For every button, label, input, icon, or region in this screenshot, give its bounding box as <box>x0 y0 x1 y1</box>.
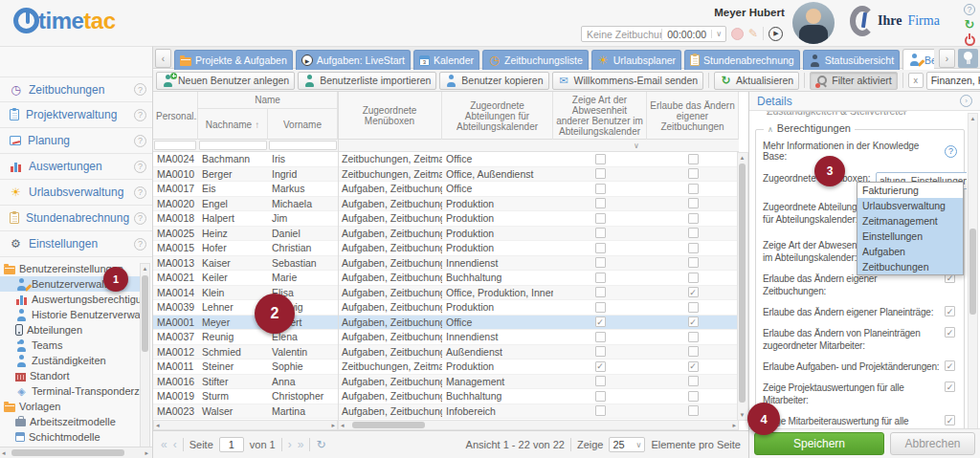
table-row-ma0019[interactable]: MA0019SturmChristopherAufgaben, Zeitbuch… <box>153 389 739 404</box>
table-row-ma0016[interactable]: MA0016StifterAnnaAufgaben, Zeitbuchungen… <box>153 375 739 390</box>
edit-checkbox[interactable] <box>688 302 699 313</box>
scroll-up-icon[interactable]: ▲ <box>141 265 149 273</box>
edit-checkbox[interactable] <box>688 168 699 179</box>
sidebar-item-projektverwaltung[interactable]: Projektverwaltung <box>0 102 152 128</box>
dropdown-option-aufgaben[interactable]: Aufgaben <box>858 244 963 259</box>
edit-checkbox[interactable] <box>688 257 699 268</box>
help-icon[interactable] <box>134 238 146 251</box>
tree-item-historie-benutzerverwaltung[interactable]: Historie Benutzerverwaltung <box>0 307 141 322</box>
tree-item-abteilungen[interactable]: Abteilungen <box>0 322 141 338</box>
frozen-pane-hscrollbar[interactable]: ◂ ▸ <box>153 420 338 430</box>
toolbar-button-benutzerliste-importieren[interactable]: Benutzerliste importieren <box>298 72 436 90</box>
edit-checkbox[interactable] <box>688 154 699 164</box>
page-input[interactable]: 1 <box>219 437 244 452</box>
scroll-left-icon[interactable]: ◂ <box>156 422 160 429</box>
filter-chevron-down-icon[interactable]: ∨ <box>634 142 639 150</box>
toolbar-button-aktualisieren[interactable]: Aktualisieren <box>714 72 799 90</box>
absence-checkbox[interactable] <box>595 184 606 194</box>
tree-item-teams[interactable]: Teams <box>0 338 141 353</box>
scrollbar-thumb[interactable] <box>352 422 425 428</box>
help-icon[interactable] <box>964 4 975 15</box>
refresh-icon[interactable] <box>965 19 975 31</box>
filter-input-personalnummer[interactable] <box>154 141 196 150</box>
tabs-scroll-left-button[interactable]: ‹ <box>155 49 171 68</box>
help-icon[interactable] <box>945 145 957 158</box>
edit-checkbox[interactable] <box>688 243 699 253</box>
sidebar-item-zeitbuchungen[interactable]: Zeitbuchungen <box>0 76 152 102</box>
stop-icon[interactable] <box>731 28 744 40</box>
table-row-ma0014[interactable]: MA0014KleinElisaAufgaben, Zeitbuchungen,… <box>153 286 739 301</box>
sidebar-item-stundenabrechnung[interactable]: Stundenabrechnung <box>0 206 152 231</box>
perm-checkbox[interactable] <box>945 382 955 392</box>
edit-checkbox[interactable] <box>688 287 699 297</box>
edit-checkbox[interactable] <box>688 228 699 238</box>
tree-item-arbeitszeitmodelle[interactable]: Arbeitszeitmodelle <box>0 414 141 429</box>
tab-projekte-aufgaben[interactable]: Projekte & Aufgaben <box>174 50 293 70</box>
perm-checkbox[interactable] <box>945 327 955 338</box>
table-row-ma0025[interactable]: MA0025HeinzDanielAufgaben, Zeitbuchungen… <box>153 227 739 242</box>
filter-input-vorname[interactable] <box>269 141 337 150</box>
scroll-right-icon[interactable]: ▸ <box>145 449 148 457</box>
absence-checkbox[interactable] <box>595 332 606 342</box>
tree-item-schichtmodelle[interactable]: Schichtmodelle <box>0 429 141 445</box>
absence-checkbox[interactable] <box>595 361 606 372</box>
scroll-down-icon[interactable]: ▼ <box>738 411 746 419</box>
filter-input-nachname[interactable] <box>199 141 267 150</box>
page-size-select[interactable]: 25 ∨ <box>609 437 645 452</box>
edit-checkbox[interactable] <box>688 316 699 327</box>
column-header-abteilungen[interactable]: Zugeordnete Abteilungen für Abteilungska… <box>442 92 553 140</box>
edit-checkbox[interactable] <box>688 184 699 194</box>
tab-benutzerverwaltung[interactable]: Benutzerverwaltung× <box>902 49 934 70</box>
edit-checkbox[interactable] <box>688 198 699 208</box>
tree-item-standort[interactable]: Standort <box>0 368 141 383</box>
fieldset-legend[interactable]: Berechtigungen <box>764 122 855 134</box>
scroll-right-icon[interactable]: ▸ <box>732 422 736 429</box>
tab-stundenabrechnung[interactable]: Stundenabrechnung <box>684 50 800 70</box>
lightbulb-icon[interactable] <box>958 49 978 68</box>
table-row-ma0024[interactable]: MA0024BachmannIrisZeitbuchungen, Zeitman… <box>153 152 739 167</box>
absence-checkbox[interactable] <box>595 302 606 313</box>
column-header-erlaube-aendern[interactable]: Erlaube das Ändern eigener Zeitbuchungen <box>647 92 739 140</box>
timer-task-input[interactable]: Keine Zeitbuchun... <box>582 29 661 40</box>
table-row-ma0001[interactable]: MA0001MeyerHubertAufgaben, Zeitbuchungen… <box>153 316 739 331</box>
absence-checkbox[interactable] <box>595 154 606 164</box>
absence-checkbox[interactable] <box>595 228 606 238</box>
help-icon[interactable] <box>134 186 146 199</box>
timer-chevron-down-icon[interactable]: ∨ <box>711 30 725 38</box>
absence-checkbox[interactable] <box>595 405 606 416</box>
column-header-personalnummer[interactable]: Personal... <box>153 92 198 140</box>
scrollbar-thumb[interactable] <box>11 449 124 456</box>
sidebar-item-planung[interactable]: Planung <box>0 128 152 154</box>
tabs-scroll-right-button[interactable]: › <box>939 49 955 68</box>
scroll-right-icon[interactable]: ▸ <box>331 422 335 429</box>
last-page-icon[interactable]: » <box>298 438 304 451</box>
collapse-panel-icon[interactable] <box>960 95 972 107</box>
sidebar-item-urlaubsverwaltung[interactable]: Urlaubsverwaltung <box>0 180 152 206</box>
edit-checkbox[interactable] <box>688 391 699 402</box>
table-vscrollbar[interactable]: ▲ ▼ <box>737 152 748 421</box>
scrollbar-thumb[interactable] <box>142 275 148 352</box>
help-icon[interactable] <box>134 135 146 147</box>
table-row-ma0039[interactable]: MA0039LehnerHerwigAufgaben, Zeitbuchunge… <box>153 300 739 316</box>
edit-checkbox[interactable] <box>688 376 699 386</box>
toolbar-button-neuen-benutzer-anlegen[interactable]: Neuen Benutzer anlegen <box>156 72 295 90</box>
scrollbar-thumb[interactable] <box>969 229 976 315</box>
dropdown-option-fakturierung[interactable]: Fakturierung <box>858 183 963 198</box>
absence-checkbox[interactable] <box>595 391 606 402</box>
table-row-ma0010[interactable]: MA0010BergerIngridZeitbuchungen, Zeitman… <box>153 167 739 183</box>
sidebar-item-auswertungen[interactable]: Auswertungen <box>0 154 152 180</box>
refresh-icon[interactable]: ↻ <box>316 438 325 451</box>
table-hscrollbar[interactable]: ◂ ▸ <box>338 420 739 430</box>
sidebar-hscrollbar[interactable]: ◂ ▸ <box>0 447 152 458</box>
perm-checkbox[interactable] <box>945 360 955 371</box>
scroll-up-icon[interactable]: ▲ <box>969 115 977 122</box>
tab-zeitbuchungsliste[interactable]: Zeitbuchungsliste <box>482 50 589 70</box>
first-page-icon[interactable]: « <box>161 438 167 451</box>
table-row-ma0020[interactable]: MA0020EngelMichaelaAufgaben, Zeitbuchung… <box>153 197 739 212</box>
toolbar-button-benutzer-kopieren[interactable]: Benutzer kopieren <box>439 72 548 90</box>
table-row-ma0011[interactable]: MA0011SteinerSophieZeitbuchungen, Zeitma… <box>153 360 739 375</box>
tree-item-vorlagen[interactable]: Vorlagen <box>0 399 141 414</box>
help-icon[interactable] <box>134 161 146 173</box>
filter-select[interactable]: Finanzen, Kostenrechnung, Berecht ∨ <box>926 72 980 90</box>
edit-checkbox[interactable] <box>688 332 699 342</box>
